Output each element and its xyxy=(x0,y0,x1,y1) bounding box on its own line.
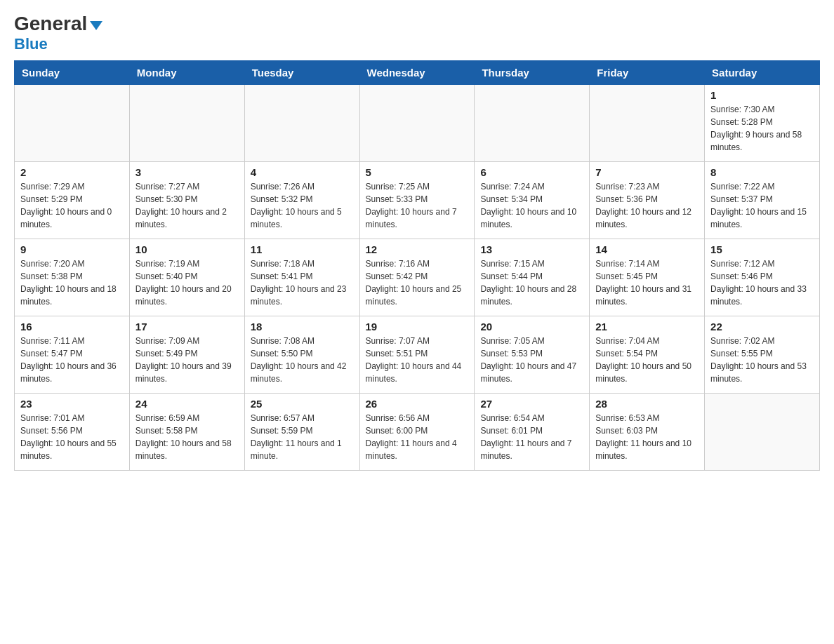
day-info: Sunrise: 7:29 AM Sunset: 5:29 PM Dayligh… xyxy=(20,180,124,231)
calendar-week-3: 9Sunrise: 7:20 AM Sunset: 5:38 PM Daylig… xyxy=(15,239,820,316)
calendar-cell: 15Sunrise: 7:12 AM Sunset: 5:46 PM Dayli… xyxy=(705,239,820,316)
calendar-week-2: 2Sunrise: 7:29 AM Sunset: 5:29 PM Daylig… xyxy=(15,162,820,239)
logo: General Blue xyxy=(14,14,102,53)
day-info: Sunrise: 7:12 AM Sunset: 5:46 PM Dayligh… xyxy=(710,257,814,308)
calendar-cell: 9Sunrise: 7:20 AM Sunset: 5:38 PM Daylig… xyxy=(15,239,130,316)
calendar-cell: 19Sunrise: 7:07 AM Sunset: 5:51 PM Dayli… xyxy=(359,316,475,394)
day-number: 15 xyxy=(710,243,814,255)
calendar-cell: 25Sunrise: 6:57 AM Sunset: 5:59 PM Dayli… xyxy=(244,394,359,471)
day-number: 20 xyxy=(480,321,583,333)
weekday-header-friday: Friday xyxy=(590,61,705,85)
day-number: 2 xyxy=(20,166,124,178)
day-info: Sunrise: 6:54 AM Sunset: 6:01 PM Dayligh… xyxy=(480,412,583,462)
day-number: 3 xyxy=(135,166,239,178)
calendar-cell: 7Sunrise: 7:23 AM Sunset: 5:36 PM Daylig… xyxy=(590,162,705,239)
weekday-header-wednesday: Wednesday xyxy=(359,61,475,85)
weekday-header-monday: Monday xyxy=(129,61,244,85)
day-number: 12 xyxy=(366,243,469,255)
calendar-table: SundayMondayTuesdayWednesdayThursdayFrid… xyxy=(14,60,820,471)
calendar-cell xyxy=(244,85,359,162)
calendar-cell: 11Sunrise: 7:18 AM Sunset: 5:41 PM Dayli… xyxy=(244,239,359,316)
day-info: Sunrise: 7:05 AM Sunset: 5:53 PM Dayligh… xyxy=(480,335,583,385)
logo-general-text: General xyxy=(14,14,87,34)
day-number: 6 xyxy=(480,166,583,178)
day-number: 28 xyxy=(595,398,699,410)
day-number: 14 xyxy=(595,243,699,255)
day-info: Sunrise: 7:25 AM Sunset: 5:33 PM Dayligh… xyxy=(366,180,469,231)
day-info: Sunrise: 7:20 AM Sunset: 5:38 PM Dayligh… xyxy=(20,257,124,308)
calendar-cell: 23Sunrise: 7:01 AM Sunset: 5:56 PM Dayli… xyxy=(15,394,130,471)
day-number: 26 xyxy=(366,398,469,410)
calendar-cell: 17Sunrise: 7:09 AM Sunset: 5:49 PM Dayli… xyxy=(129,316,244,394)
calendar-cell: 28Sunrise: 6:53 AM Sunset: 6:03 PM Dayli… xyxy=(590,394,705,471)
day-info: Sunrise: 6:56 AM Sunset: 6:00 PM Dayligh… xyxy=(366,412,469,462)
day-info: Sunrise: 7:22 AM Sunset: 5:37 PM Dayligh… xyxy=(710,180,814,231)
day-info: Sunrise: 7:09 AM Sunset: 5:49 PM Dayligh… xyxy=(135,335,239,385)
calendar-week-5: 23Sunrise: 7:01 AM Sunset: 5:56 PM Dayli… xyxy=(15,394,820,471)
day-info: Sunrise: 7:24 AM Sunset: 5:34 PM Dayligh… xyxy=(480,180,583,231)
day-number: 25 xyxy=(251,398,354,410)
calendar-cell xyxy=(705,394,820,471)
day-number: 1 xyxy=(710,89,814,101)
calendar-cell: 1Sunrise: 7:30 AM Sunset: 5:28 PM Daylig… xyxy=(705,85,820,162)
calendar-cell: 21Sunrise: 7:04 AM Sunset: 5:54 PM Dayli… xyxy=(590,316,705,394)
day-number: 10 xyxy=(135,243,239,255)
calendar-cell: 13Sunrise: 7:15 AM Sunset: 5:44 PM Dayli… xyxy=(475,239,590,316)
day-number: 11 xyxy=(251,243,354,255)
day-number: 16 xyxy=(20,321,124,333)
day-info: Sunrise: 7:16 AM Sunset: 5:42 PM Dayligh… xyxy=(366,257,469,308)
day-info: Sunrise: 7:15 AM Sunset: 5:44 PM Dayligh… xyxy=(480,257,583,308)
calendar-cell: 18Sunrise: 7:08 AM Sunset: 5:50 PM Dayli… xyxy=(244,316,359,394)
day-number: 7 xyxy=(595,166,699,178)
day-number: 19 xyxy=(366,321,469,333)
calendar-cell xyxy=(15,85,130,162)
weekday-header-saturday: Saturday xyxy=(705,61,820,85)
day-info: Sunrise: 7:01 AM Sunset: 5:56 PM Dayligh… xyxy=(20,412,124,462)
day-number: 18 xyxy=(251,321,354,333)
day-number: 21 xyxy=(595,321,699,333)
calendar-cell: 3Sunrise: 7:27 AM Sunset: 5:30 PM Daylig… xyxy=(129,162,244,239)
calendar-cell xyxy=(590,85,705,162)
day-number: 24 xyxy=(135,398,239,410)
day-info: Sunrise: 7:26 AM Sunset: 5:32 PM Dayligh… xyxy=(251,180,354,231)
calendar-cell: 22Sunrise: 7:02 AM Sunset: 5:55 PM Dayli… xyxy=(705,316,820,394)
day-info: Sunrise: 7:08 AM Sunset: 5:50 PM Dayligh… xyxy=(251,335,354,385)
day-number: 23 xyxy=(20,398,124,410)
day-number: 13 xyxy=(480,243,583,255)
day-number: 4 xyxy=(251,166,354,178)
calendar-cell: 27Sunrise: 6:54 AM Sunset: 6:01 PM Dayli… xyxy=(475,394,590,471)
calendar-cell: 24Sunrise: 6:59 AM Sunset: 5:58 PM Dayli… xyxy=(129,394,244,471)
day-info: Sunrise: 7:23 AM Sunset: 5:36 PM Dayligh… xyxy=(595,180,699,231)
day-number: 17 xyxy=(135,321,239,333)
weekday-header-tuesday: Tuesday xyxy=(244,61,359,85)
calendar-cell: 20Sunrise: 7:05 AM Sunset: 5:53 PM Dayli… xyxy=(475,316,590,394)
day-number: 22 xyxy=(710,321,814,333)
day-info: Sunrise: 6:53 AM Sunset: 6:03 PM Dayligh… xyxy=(595,412,699,462)
day-info: Sunrise: 6:57 AM Sunset: 5:59 PM Dayligh… xyxy=(251,412,354,462)
calendar-cell: 10Sunrise: 7:19 AM Sunset: 5:40 PM Dayli… xyxy=(129,239,244,316)
calendar-cell: 14Sunrise: 7:14 AM Sunset: 5:45 PM Dayli… xyxy=(590,239,705,316)
calendar-cell: 16Sunrise: 7:11 AM Sunset: 5:47 PM Dayli… xyxy=(15,316,130,394)
day-info: Sunrise: 7:04 AM Sunset: 5:54 PM Dayligh… xyxy=(595,335,699,385)
calendar-cell: 5Sunrise: 7:25 AM Sunset: 5:33 PM Daylig… xyxy=(359,162,475,239)
logo-blue-text: Blue xyxy=(14,35,48,53)
calendar-cell: 4Sunrise: 7:26 AM Sunset: 5:32 PM Daylig… xyxy=(244,162,359,239)
day-number: 8 xyxy=(710,166,814,178)
weekday-header-thursday: Thursday xyxy=(475,61,590,85)
calendar-cell xyxy=(129,85,244,162)
day-info: Sunrise: 7:02 AM Sunset: 5:55 PM Dayligh… xyxy=(710,335,814,385)
day-info: Sunrise: 7:19 AM Sunset: 5:40 PM Dayligh… xyxy=(135,257,239,308)
calendar-week-4: 16Sunrise: 7:11 AM Sunset: 5:47 PM Dayli… xyxy=(15,316,820,394)
day-info: Sunrise: 6:59 AM Sunset: 5:58 PM Dayligh… xyxy=(135,412,239,462)
day-number: 27 xyxy=(480,398,583,410)
day-info: Sunrise: 7:18 AM Sunset: 5:41 PM Dayligh… xyxy=(251,257,354,308)
calendar-cell: 12Sunrise: 7:16 AM Sunset: 5:42 PM Dayli… xyxy=(359,239,475,316)
day-info: Sunrise: 7:11 AM Sunset: 5:47 PM Dayligh… xyxy=(20,335,124,385)
day-number: 5 xyxy=(366,166,469,178)
calendar-cell: 6Sunrise: 7:24 AM Sunset: 5:34 PM Daylig… xyxy=(475,162,590,239)
calendar-cell: 8Sunrise: 7:22 AM Sunset: 5:37 PM Daylig… xyxy=(705,162,820,239)
calendar-cell: 2Sunrise: 7:29 AM Sunset: 5:29 PM Daylig… xyxy=(15,162,130,239)
day-number: 9 xyxy=(20,243,124,255)
calendar-week-1: 1Sunrise: 7:30 AM Sunset: 5:28 PM Daylig… xyxy=(15,85,820,162)
day-info: Sunrise: 7:27 AM Sunset: 5:30 PM Dayligh… xyxy=(135,180,239,231)
